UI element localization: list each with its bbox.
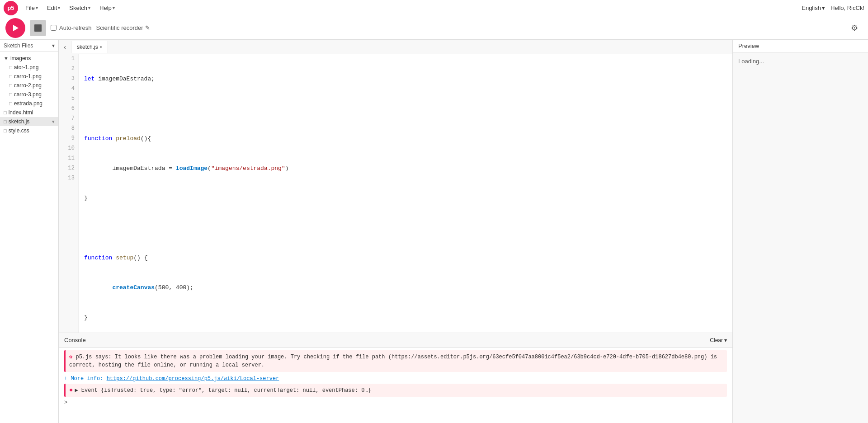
file-sketch-js[interactable]: □ sketch.js ▾ <box>0 117 58 126</box>
p5-flower-icon: ✿ <box>69 354 75 360</box>
sketch-menu[interactable]: Sketch ▾ <box>66 3 94 13</box>
p5-logo[interactable]: p5 <box>4 1 18 15</box>
file-icon-style: □ <box>4 128 7 133</box>
sidebar-header: Sketch Files ▾ <box>0 40 58 52</box>
code-line-4: imagemDaEstrada = loadImage("imagens/est… <box>84 164 732 174</box>
file-tree: ▼ imagens □ ator-1.png □ carro-1.png □ c… <box>0 52 58 423</box>
tab-sketch-js[interactable]: sketch.js • <box>71 41 108 53</box>
file-estrada[interactable]: □ estrada.png <box>0 99 58 108</box>
file-index-html[interactable]: □ index.html <box>0 108 58 117</box>
folder-name: imagens <box>10 55 31 61</box>
file-name-sketch: sketch.js <box>9 118 30 125</box>
file-icon-ator-1: □ <box>9 65 12 70</box>
file-carro-1[interactable]: □ carro-1.png <box>0 72 58 81</box>
console-controls: Clear ▾ <box>710 337 727 343</box>
file-icon-carro-3: □ <box>9 92 12 97</box>
editor-tabs: ‹ sketch.js • <box>59 40 732 54</box>
console-title: Console <box>64 337 86 343</box>
preview-loading-text: Loading... <box>738 58 764 65</box>
line-numbers: 1 2 3 4 5 6 7 8 9 10 11 12 13 <box>59 54 79 333</box>
file-icon-index: □ <box>4 110 7 115</box>
console-header: Console Clear ▾ <box>59 333 732 348</box>
file-name-index: index.html <box>9 109 33 116</box>
sidebar-title: Sketch Files <box>4 42 33 49</box>
preview-content: Loading... <box>733 52 868 423</box>
console-event-block: ● ▶ Event {isTrusted: true, type: "error… <box>64 384 727 397</box>
tab-label: sketch.js <box>77 44 98 50</box>
pencil-icon: ✎ <box>145 24 150 31</box>
edit-menu[interactable]: Edit ▾ <box>43 3 64 13</box>
tab-modified-indicator: • <box>100 43 102 51</box>
file-carro-3[interactable]: □ carro-3.png <box>0 90 58 99</box>
file-name-carro-2: carro-2.png <box>14 82 42 89</box>
run-button[interactable] <box>5 18 25 38</box>
file-name-carro-1: carro-1.png <box>14 73 42 80</box>
preview-title: Preview <box>738 42 759 49</box>
code-line-7: function setup() { <box>84 253 732 263</box>
language-selector[interactable]: English ▾ <box>802 5 825 11</box>
stop-icon <box>34 24 42 32</box>
sketch-chevron-icon: ▾ <box>52 119 55 125</box>
file-name-estrada: estrada.png <box>14 100 42 107</box>
console-area: Console Clear ▾ ✿ p5.js says: It looks l… <box>59 333 732 423</box>
code-line-6 <box>84 223 732 233</box>
help-menu-chevron: ▾ <box>113 5 115 10</box>
code-editor[interactable]: 1 2 3 4 5 6 7 8 9 10 11 12 13 let imagem… <box>59 54 732 333</box>
console-info-line: + More info: https://github.com/processi… <box>64 375 727 383</box>
file-carro-2[interactable]: □ carro-2.png <box>0 81 58 90</box>
console-event-line-1: ● ▶ Event {isTrusted: true, type: "error… <box>69 385 723 395</box>
code-content[interactable]: let imagemDaEstrada; function preload(){… <box>79 54 732 333</box>
clear-chevron-icon: ▾ <box>724 337 727 343</box>
help-menu[interactable]: Help ▾ <box>96 3 118 13</box>
file-name-carro-3: carro-3.png <box>14 91 42 98</box>
sidebar: Sketch Files ▾ ▼ imagens □ ator-1.png □ … <box>0 40 59 423</box>
folder-open-icon: ▼ <box>4 56 9 61</box>
file-icon-carro-2: □ <box>9 83 12 88</box>
file-style-css[interactable]: □ style.css <box>0 126 58 135</box>
stop-button[interactable] <box>30 20 46 36</box>
collapse-sidebar-button[interactable]: ‹ <box>59 41 71 53</box>
code-line-1: let imagemDaEstrada; <box>84 74 732 84</box>
main-area: Sketch Files ▾ ▼ imagens □ ator-1.png □ … <box>0 40 868 423</box>
sketch-menu-chevron: ▾ <box>88 5 90 10</box>
file-icon-estrada: □ <box>9 101 12 106</box>
code-line-5: } <box>84 193 732 203</box>
preview-area: Preview Loading... <box>732 40 868 423</box>
gear-icon: ⚙ <box>851 23 858 33</box>
topbar: p5 File ▾ Edit ▾ Sketch ▾ Help ▾ English… <box>0 0 868 16</box>
scientific-recorder[interactable]: Scientific recorder ✎ <box>96 24 150 31</box>
file-icon-carro-1: □ <box>9 74 12 79</box>
sidebar-collapse-icon[interactable]: ▾ <box>52 42 55 49</box>
code-line-8: createCanvas(500, 400); <box>84 283 732 293</box>
code-line-9: } <box>84 313 732 323</box>
console-info-link[interactable]: https://github.com/processing/p5.js/wiki… <box>107 376 279 382</box>
file-menu-chevron: ▾ <box>36 5 38 10</box>
console-error-block: ✿ p5.js says: It looks like there was a … <box>64 350 727 372</box>
clear-button[interactable]: Clear ▾ <box>710 337 727 343</box>
console-error-message: ✿ p5.js says: It looks like there was a … <box>69 353 723 369</box>
console-info-icon: + More info: <box>64 376 107 382</box>
file-menu[interactable]: File ▾ <box>22 3 42 13</box>
toolbar: Auto-refresh Scientific recorder ✎ ⚙ <box>0 16 868 40</box>
editor-area: ‹ sketch.js • 1 2 3 4 5 6 7 8 9 10 11 12… <box>59 40 732 423</box>
folder-imagens[interactable]: ▼ imagens <box>0 54 58 63</box>
user-greeting: Hello, RicCk! <box>830 5 864 11</box>
file-icon-sketch: □ <box>4 119 7 124</box>
file-ator-1[interactable]: □ ator-1.png <box>0 63 58 72</box>
console-body: ✿ p5.js says: It looks like there was a … <box>59 348 732 423</box>
play-icon <box>11 24 19 32</box>
auto-refresh-label[interactable]: Auto-refresh <box>51 24 92 31</box>
console-prompt: > <box>64 400 727 406</box>
svg-marker-0 <box>13 25 19 31</box>
file-name-ator-1: ator-1.png <box>14 64 39 70</box>
topbar-right: English ▾ Hello, RicCk! <box>802 5 864 11</box>
file-name-style: style.css <box>9 127 29 134</box>
error-circle-icon: ● <box>69 385 73 395</box>
code-line-3: function preload(){ <box>84 134 732 144</box>
settings-button[interactable]: ⚙ <box>846 20 863 36</box>
auto-refresh-checkbox[interactable] <box>51 25 57 31</box>
preview-header: Preview <box>733 40 868 52</box>
edit-menu-chevron: ▾ <box>58 5 60 10</box>
language-chevron-icon: ▾ <box>822 5 825 11</box>
code-line-2 <box>84 104 732 114</box>
